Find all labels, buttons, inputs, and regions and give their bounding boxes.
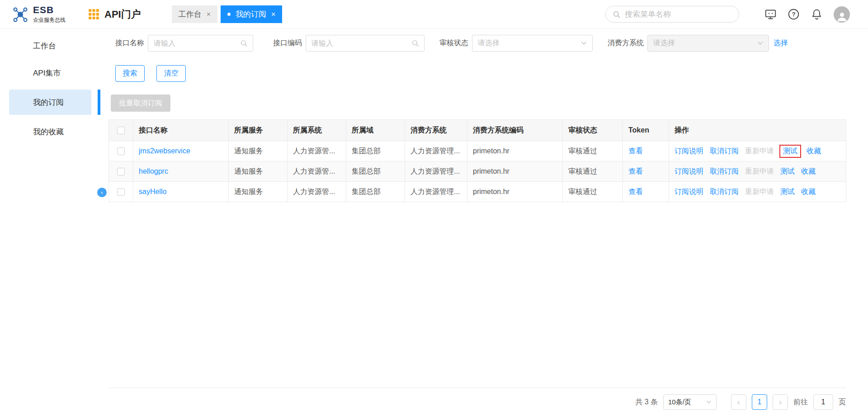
close-icon[interactable]: × [271,10,275,19]
active-indicator-bar [98,90,100,115]
column-header-consumer: 消费方系统 [405,120,467,141]
table-row: jms2webservice 通知服务 人力资源管... 集团总部 人力资源管理… [109,141,846,161]
reapply-link[interactable]: 重新申请 [745,167,774,176]
interface-name-field[interactable] [154,39,237,47]
column-header-actions: 操作 [669,120,846,141]
interface-name-link[interactable]: jms2webservice [139,147,190,155]
test-link[interactable]: 测试 [780,167,795,176]
main-content: 接口名称 接口编码 审核状态 请选择 消费方系统 请选择 [97,35,868,416]
tab-workbench[interactable]: 工作台 × [172,5,217,23]
favorite-link[interactable]: 收藏 [801,167,816,176]
sidebar-item-my-subscription[interactable]: 我的订阅 [9,90,91,115]
pagination: 共 3 条 10条/页 ‹ 1 › 前往 页 [108,388,846,416]
sidebar-collapse-button[interactable]: ‹ [97,188,107,197]
domain-cell: 集团总部 [346,182,405,202]
filter-buttons: 搜索 清空 [108,65,846,82]
status-cell: 审核通过 [563,141,623,161]
table-row: sayHello 通知服务 人力资源管... 集团总部 人力资源管理... pr… [109,182,846,202]
menu-search-input[interactable] [625,10,732,19]
goto-label: 前往 [793,398,808,407]
active-dot-icon [227,13,231,16]
system-cell: 人力资源管... [288,161,346,182]
system-cell: 人力资源管... [288,141,346,161]
help-icon[interactable]: ? [788,8,800,20]
row-actions: 订阅说明 取消订阅 重新申请 测试 收藏 [675,147,840,156]
interface-code-input[interactable] [306,35,425,52]
favorite-link[interactable]: 收藏 [801,187,816,197]
column-header-consumer-code: 消费方系统编码 [467,120,563,141]
token-view-link[interactable]: 查看 [628,167,643,175]
batch-toolbar: 批量取消订阅 [108,95,846,112]
audit-status-select[interactable]: 请选择 [472,35,593,52]
goto-page-input[interactable] [813,394,833,410]
bell-icon[interactable] [811,8,823,20]
consumer-system-choose-link[interactable]: 选择 [774,38,788,48]
reapply-link[interactable]: 重新申请 [745,187,774,197]
cancel-subscription-link[interactable]: 取消订阅 [710,167,739,176]
page-size-value: 10条/页 [668,398,691,407]
cancel-subscription-link[interactable]: 取消订阅 [710,187,739,197]
prev-page-button[interactable]: ‹ [731,394,746,410]
sidebar-item-api-market[interactable]: API集市 [9,62,91,83]
tab-bar: 工作台 × 我的订阅 × [172,5,283,23]
favorite-link[interactable]: 收藏 [807,147,821,156]
token-view-link[interactable]: 查看 [628,188,643,195]
clear-button[interactable]: 清空 [156,65,186,82]
interface-name-link[interactable]: hellogprc [139,167,168,175]
sidebar-item-label: 我的收藏 [33,127,64,137]
subscription-doc-link[interactable]: 订阅说明 [675,147,703,156]
monitor-icon[interactable] [764,8,777,20]
interface-name-input[interactable] [148,35,253,52]
portal-header: API门户 [88,8,141,21]
interface-code-field[interactable] [311,39,409,47]
consumer-system-select[interactable]: 请选择 [647,35,769,52]
current-page-button[interactable]: 1 [752,394,767,410]
interface-name-link[interactable]: sayHello [139,188,166,195]
domain-cell: 集团总部 [346,141,405,161]
consumer-code-cell: primeton.hr [467,141,563,161]
filter-bar: 接口名称 接口编码 审核状态 请选择 消费方系统 请选择 [108,35,846,52]
sidebar-item-label: 工作台 [33,41,56,51]
cancel-subscription-link[interactable]: 取消订阅 [710,147,739,156]
esb-logo: ESB 企业服务总线 [12,5,66,24]
consumer-code-cell: primeton.hr [467,182,563,202]
sidebar: 工作台 API集市 我的订阅 我的收藏 [0,29,97,417]
avatar[interactable] [834,6,850,23]
select-all-checkbox[interactable] [117,127,125,134]
next-page-button[interactable]: › [773,394,788,410]
row-checkbox[interactable] [117,168,125,175]
total-count: 共 3 条 [635,398,658,407]
chevron-down-icon [581,41,587,45]
svg-text:?: ? [792,11,795,18]
reapply-link[interactable]: 重新申请 [745,147,774,156]
consumer-system-label: 消费方系统 [608,38,644,48]
apps-grid-icon[interactable] [88,9,99,20]
search-icon [240,39,248,47]
page-size-select[interactable]: 10条/页 [663,394,717,410]
column-header-domain: 所属域 [346,120,405,141]
row-checkbox[interactable] [117,188,125,196]
subscription-doc-link[interactable]: 订阅说明 [675,167,703,176]
test-link[interactable]: 测试 [780,187,795,197]
batch-cancel-button[interactable]: 批量取消订阅 [111,95,170,112]
search-icon [411,39,419,47]
search-button[interactable]: 搜索 [115,65,145,82]
token-view-link[interactable]: 查看 [628,147,643,155]
row-checkbox[interactable] [117,147,125,155]
sidebar-item-my-favorites[interactable]: 我的收藏 [9,121,91,142]
search-icon [613,10,621,19]
portal-title: API门户 [104,8,141,21]
subscription-doc-link[interactable]: 订阅说明 [675,187,703,197]
sidebar-item-workbench[interactable]: 工作台 [9,35,91,56]
menu-search[interactable] [605,6,739,23]
tab-my-subscription[interactable]: 我的订阅 × [221,5,282,23]
close-icon[interactable]: × [207,10,211,19]
column-header-service: 所属服务 [229,120,288,141]
consumer-cell: 人力资源管理... [405,182,467,202]
service-cell: 通知服务 [229,141,288,161]
test-link[interactable]: 测试 [783,147,797,156]
column-header-token: Token [623,120,669,141]
page-unit-label: 页 [839,398,846,407]
test-link-highlight-box: 测试 [779,145,801,158]
system-cell: 人力资源管... [288,182,346,202]
